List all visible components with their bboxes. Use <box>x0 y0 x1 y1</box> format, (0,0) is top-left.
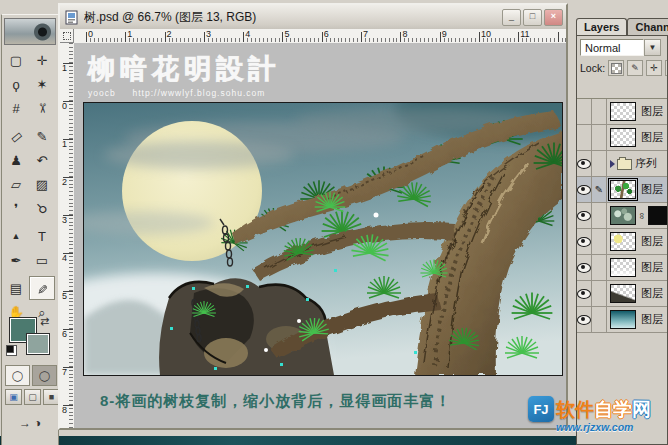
canvas-artwork[interactable] <box>83 102 563 376</box>
horizontal-ruler[interactable]: 01234567891011 <box>74 29 566 44</box>
gradient-tool-icon[interactable]: ▨ <box>29 172 55 196</box>
rect-marquee-tool-icon[interactable]: ▢ <box>3 48 29 72</box>
path-selection-tool-icon[interactable]: ▲ <box>3 224 29 248</box>
visibility-toggle[interactable] <box>577 125 592 150</box>
layer-name[interactable]: 图层 <box>638 130 663 145</box>
shape-tool-icon[interactable]: ▭ <box>29 248 55 272</box>
close-button[interactable]: × <box>544 9 563 26</box>
default-colors-icon[interactable] <box>6 345 17 356</box>
visibility-toggle[interactable] <box>577 255 592 280</box>
site-name-part3: 网 <box>632 399 651 420</box>
layer-row[interactable]: 图层 <box>577 307 667 333</box>
ruler-h-number: 3 <box>204 29 243 39</box>
mask-link-icon[interactable]: ∞ <box>637 212 647 220</box>
blend-mode-select[interactable]: Normal <box>580 39 644 56</box>
layer-name[interactable]: 图层 <box>638 260 663 275</box>
layer-row-selected[interactable]: ✎ 图层 <box>577 177 667 203</box>
lock-row: Lock: ✎ ✛ <box>580 60 667 76</box>
eraser-tool-icon[interactable]: ▱ <box>3 172 29 196</box>
lock-transparency-button[interactable] <box>608 60 624 76</box>
minimize-button[interactable]: _ <box>502 9 521 26</box>
designer-credit: yoocb <box>88 88 116 98</box>
layer-thumbnail[interactable] <box>610 258 636 277</box>
layer-name[interactable]: 图层 <box>638 312 663 327</box>
designer-url: http://wwwlyf.blog.sohu.com <box>133 88 266 98</box>
vertical-ruler[interactable]: 1012345678 <box>60 43 75 428</box>
lock-position-button[interactable]: ✛ <box>646 60 662 76</box>
history-brush-tool-icon[interactable]: ↶ <box>29 148 55 172</box>
visibility-toggle[interactable] <box>577 203 592 228</box>
photoshop-toolbox-art <box>4 18 56 45</box>
slice-tool-icon[interactable]: ✂ <box>29 96 55 120</box>
chevron-down-icon[interactable]: ▼ <box>644 39 661 56</box>
quick-mask-mode-button[interactable]: ◯ <box>32 365 57 386</box>
pen-tool-icon[interactable]: ✒ <box>3 248 29 272</box>
expand-triangle-icon[interactable] <box>610 160 615 168</box>
layer-thumbnail[interactable] <box>610 206 636 225</box>
tab-channels[interactable]: Channe <box>627 18 668 35</box>
swap-colors-icon[interactable]: ⇄ <box>40 315 49 328</box>
eyedropper-tool-icon[interactable]: ✐ <box>29 276 55 300</box>
visibility-toggle[interactable] <box>577 177 592 202</box>
ruler-v-number: 8 <box>60 405 67 428</box>
notes-tool-icon[interactable]: ▤ <box>3 276 29 300</box>
layer-thumbnail[interactable] <box>610 284 636 303</box>
layer-thumbnail[interactable] <box>610 310 636 329</box>
lock-paint-button[interactable]: ✎ <box>627 60 643 76</box>
layer-name[interactable]: 图层 <box>638 104 663 119</box>
type-tool-icon[interactable]: T <box>29 224 55 248</box>
visibility-toggle[interactable] <box>577 229 592 254</box>
visibility-toggle[interactable] <box>577 151 592 176</box>
crop-tool-icon[interactable]: # <box>3 96 29 120</box>
tab-layers[interactable]: Layers <box>576 18 627 35</box>
move-lock-icon: ✛ <box>650 63 658 73</box>
toolbox-palette: ▢ ✛ ϙ ✶ # ✂ <box>1 14 59 445</box>
visibility-eye-icon <box>577 185 591 195</box>
lasso-tool-icon[interactable]: ϙ <box>3 72 29 96</box>
background-color-swatch[interactable] <box>26 333 50 355</box>
layer-name[interactable]: 图层 <box>638 234 663 249</box>
maximize-button[interactable]: □ <box>523 9 542 26</box>
layer-group-name[interactable]: 序列 <box>632 156 657 171</box>
layer-thumbnail[interactable] <box>610 102 636 121</box>
burn-tool-icon[interactable]: ⚲ <box>29 196 55 220</box>
move-tool-icon[interactable]: ✛ <box>29 48 55 72</box>
horizontal-ruler-numbers: 01234567891011 <box>86 29 558 39</box>
layer-row[interactable]: 图层 <box>577 229 667 255</box>
standard-screen-mode-button[interactable]: ▣ <box>5 389 22 405</box>
blur-tool-icon[interactable]: ❜ <box>3 196 29 220</box>
ruler-v-number: 3 <box>60 215 67 253</box>
layers-list: 图层 图层 序列 <box>577 98 667 333</box>
standard-mode-button[interactable]: ◯ <box>5 365 30 386</box>
layer-row[interactable]: 图层 <box>577 281 667 307</box>
jump-to-imageready-button[interactable]: → ◑ <box>8 411 52 435</box>
layer-group-row[interactable]: 序列 <box>577 151 667 177</box>
layer-row[interactable]: 图层 <box>577 255 667 281</box>
canvas-work-area[interactable]: 柳暗花明設計 yoocb http://wwwlyf.blog.sohu.com <box>74 43 566 428</box>
fullscreen-with-menu-button[interactable]: ▢ <box>24 389 41 405</box>
clone-stamp-tool-icon[interactable]: ♟ <box>3 148 29 172</box>
layer-thumbnail[interactable] <box>610 128 636 147</box>
layer-thumbnail[interactable] <box>610 180 636 199</box>
layer-thumbnail[interactable] <box>610 232 636 251</box>
tool-grid: ▢ ✛ ϙ ✶ # ✂ <box>3 48 57 324</box>
visibility-toggle[interactable] <box>577 99 592 124</box>
layer-row[interactable]: 图层 <box>577 125 667 151</box>
layer-row[interactable]: 图层 <box>577 99 667 125</box>
brush-tool-icon[interactable]: ✎ <box>29 124 55 148</box>
magic-wand-tool-icon[interactable]: ✶ <box>29 72 55 96</box>
visibility-toggle[interactable] <box>577 281 592 306</box>
layer-row-with-mask[interactable]: ∞ <box>577 203 667 229</box>
layer-name[interactable]: 图层 <box>638 286 663 301</box>
layer-mask-thumbnail[interactable] <box>648 206 668 225</box>
visibility-eye-icon <box>577 211 591 221</box>
layer-name[interactable]: 图层 <box>638 182 663 197</box>
healing-brush-tool-icon[interactable]: ▭ <box>3 124 29 148</box>
site-name-part2: 自学 <box>594 399 632 420</box>
ruler-origin-box[interactable] <box>60 29 74 43</box>
site-watermark: FJ 软件自学网 www.rjzxw.com <box>528 396 668 433</box>
visibility-toggle[interactable] <box>577 307 592 332</box>
visibility-eye-icon <box>577 159 591 169</box>
document-titlebar[interactable]: 树.psd @ 66.7% (图层 13, RGB) _ □ × <box>60 5 566 30</box>
ruler-h-number: 9 <box>440 29 479 39</box>
